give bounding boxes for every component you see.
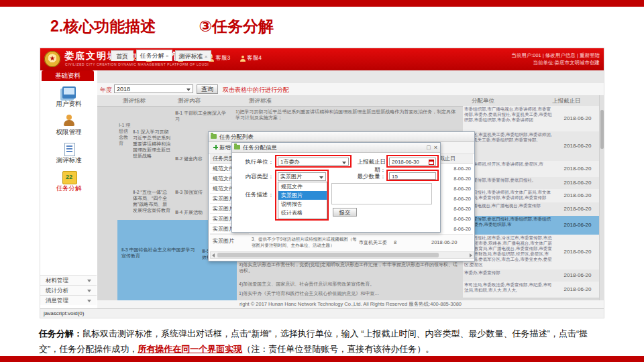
scrollbar-thumb[interactable]: [217, 253, 439, 257]
standard-cell-2: 3)落实意识形态工作责任制，党委(党组)定期听取意识形态工作汇报，牢牢掌握意识形…: [239, 261, 459, 279]
scroll-right-icon[interactable]: [470, 253, 472, 257]
filter-bar: 年度： 2018 查询 双击表格中的行进行分配: [97, 83, 604, 96]
exec-unit-highlight: 1市委办: [275, 155, 352, 168]
table-row[interactable]: 市委宣传部,市委宣传部,娄底日报社,2018-06-20: [463, 177, 602, 190]
slide-title-sub: ③任务分解: [199, 17, 274, 35]
double-click-hint: 双击表格中的行进行分配: [223, 86, 289, 95]
table-row[interactable]: 经开区,市直机关工委,市委组织部,市委讲师团,市直机关工委,市委组织部,市委宣传…: [463, 131, 602, 162]
table-row[interactable]: 市广播电视台,市广播电视台,市委宣传部2018-06-20: [463, 202, 602, 217]
folder-icon: [234, 145, 240, 149]
submit-button[interactable]: 提交: [333, 208, 357, 217]
task-detail-row[interactable]: 实景图片 3、提供不少于9张活动照片或特报图片或视频截图（每张图片要注明时间、主…: [210, 234, 473, 251]
table-row[interactable]: 市委讲师团,经开区,市委讲师团,娄星区,市2018-06-20: [463, 161, 602, 178]
document-icon: [64, 143, 75, 156]
due-date-cell: 8-06-20: [437, 184, 473, 194]
copyright-footer: right © 2017 Hunan Hanc Network Technolo…: [97, 300, 604, 308]
task-desc-textarea[interactable]: [331, 183, 432, 204]
sidebar-item-standards[interactable]: 测评标准: [40, 141, 97, 167]
calendar-icon[interactable]: [429, 160, 434, 165]
desc-label: 任务分解：: [39, 328, 83, 339]
exec-unit-select[interactable]: 1市委办: [278, 158, 349, 166]
col-indicator: 测评指标: [123, 97, 146, 105]
slide-description: 任务分解：鼠标双击测评标准，系统弹出对话框，点击“新增”，选择执行单位，输入 “…: [39, 326, 608, 357]
standard-cell-4: 1)落实中办《关于培育和践行社会主义核心价值观的意见》和中宣…: [239, 290, 459, 298]
bottom-red-strip: [0, 356, 644, 362]
tab-standards[interactable]: 测评标准×: [175, 50, 211, 61]
due-date-cell: 8-06-20: [437, 194, 473, 204]
chevron-down-icon: [87, 300, 91, 302]
tab-close-icon[interactable]: ×: [205, 54, 208, 60]
sidebar-section-basic-data[interactable]: 基础资料: [42, 70, 94, 81]
service-link-3[interactable]: 客服3: [209, 54, 230, 62]
maximize-icon[interactable]: □: [427, 144, 430, 151]
current-user-line[interactable]: 当前用户:001 | 修改用户信息 | 重新登陆: [511, 52, 600, 59]
close-icon[interactable]: ×: [434, 144, 437, 151]
slide-title-main: 2.核心功能描述: [50, 17, 156, 35]
vertical-scrollbar[interactable]: [599, 95, 604, 300]
detail-qty: 8: [394, 239, 396, 245]
sidebar-item-user-data[interactable]: 用户资料: [40, 85, 97, 111]
deadline-label: 上报截止日期：: [351, 158, 386, 174]
standard-cell-3: 4)加强爱国主义、国家意识、社会责任意识和形势政策宣传教育。: [239, 281, 459, 289]
detail-desc: 3、提供不少于9张活动照片或特报图片或视频截图（每张图片要注明时间、主办单位、活…: [252, 236, 358, 248]
min-qty-input[interactable]: 15: [389, 172, 436, 180]
content-cell-1[interactable]: Ⅲ-1 干部职工全面深入学习: [175, 110, 230, 129]
table-row[interactable]: 市司法局,市委政法委,市委宣传部,市纪委,市司法局,市妇联,市人大,市人大,20…: [463, 282, 602, 298]
deadline-input[interactable]: 2018-06-30: [389, 158, 436, 166]
indicator-cell-1[interactable]: Ⅱ-1 深入学习贯彻 习近平总书记系列重要讲话精神和治国理政新理念新思想新战略: [133, 129, 172, 181]
content-type-select[interactable]: 实景图片: [278, 172, 326, 181]
slide-canvas: 2.核心功能描述 ③任务分解 娄底文明城市创建动态管理平台 CIVILIZED …: [0, 0, 644, 362]
standard-cell-1: 1)把学习贯彻习近平总书记系列重要讲话精神和治国理政新理念新思想新战略作为首要政…: [235, 109, 457, 133]
col-unit: 分配单位: [472, 97, 494, 105]
table-row[interactable]: 娄底日报社,市委讲师团,市文体广新局,市文体广新局,市委宣传部,市委讲师团,市委…: [463, 189, 602, 203]
dropdown-option[interactable]: 统计表格: [278, 208, 327, 217]
task-list-dialog-title[interactable]: 任务分配列表: [209, 132, 474, 142]
task-form-dialog-title[interactable]: 任务分配信息 □×: [232, 143, 440, 153]
content-type-label: 内容类型：: [239, 173, 274, 181]
detail-date: 2018-06-20: [431, 239, 457, 245]
sidebar-group-statistics[interactable]: 统计分析: [40, 285, 97, 295]
col-deadline: 上报截止日: [552, 97, 581, 105]
due-date-cell: 8-06-20: [437, 204, 473, 214]
top-red-strip: [0, 0, 644, 7]
task-desc-label: 任务描述：: [239, 191, 274, 199]
desc-highlight: 所有操作在同一个界面实现: [138, 344, 242, 354]
task-folder-icon: [62, 171, 77, 184]
sidebar-group-materials[interactable]: 材料管理: [40, 275, 97, 285]
due-date-cell: 8-06-20: [437, 224, 473, 234]
tab-bar: [97, 70, 604, 84]
sidebar-item-task-breakdown[interactable]: 任务分解: [40, 170, 97, 195]
content-type-highlight: 实景图片 规范文件 实景图片 说明报告 统计表格: [275, 170, 329, 221]
tab-home[interactable]: 首页: [111, 50, 133, 61]
chevron-down-icon: [342, 162, 346, 164]
year-select[interactable]: 2018: [114, 84, 193, 93]
table-row[interactable]: 娄底日报社,团市委,冷水江市,市委宣传部,市总工会,团市委,双峰县,市广播电视台…: [463, 235, 602, 270]
due-date-cell: 8-06-20: [437, 214, 473, 224]
table-row[interactable]: 市委办,市委宣传部2018-06-20: [463, 269, 602, 282]
folder-icon: [211, 134, 217, 139]
detail-unit: 市直机关工委: [359, 239, 387, 246]
tab-close-icon[interactable]: ×: [166, 53, 169, 59]
tab-task-breakdown[interactable]: 任务分解×: [136, 50, 172, 61]
col-due-date: 截止日: [437, 154, 473, 164]
table-row-selected[interactable]: 市委宣传部,娄底日报社,市委组织部,市委组织部,市委办,市委组织部,市2018-…: [463, 216, 602, 235]
dropdown-option-selected[interactable]: 实景图片: [278, 191, 327, 200]
desc-part2: （注：责任单位登陆账号，直接有该待办任务）。: [242, 344, 434, 354]
dropdown-option[interactable]: 说明报告: [278, 200, 327, 208]
table-header: 测评指标 测评内容 测评标准 分配单位 上报截止日: [97, 95, 604, 107]
col-content: 测评内容: [178, 97, 201, 105]
table-row[interactable]: 市委组织部,市广播电视台,市委讲师团,市委宣传部,市委办,娄底日报社,市直机关工…: [463, 106, 602, 132]
horizontal-scrollbar[interactable]: [210, 251, 474, 259]
sidebar-item-permissions[interactable]: 权限管理: [40, 113, 97, 139]
content-type-dropdown: 规范文件 实景图片 说明报告 统计表格: [278, 182, 327, 219]
deadline-highlight: 2018-06-30: [386, 155, 439, 168]
sidebar-group-messages[interactable]: 消息管理: [40, 295, 97, 305]
scroll-left-icon[interactable]: [212, 253, 215, 257]
scrollbar-thumb[interactable]: [600, 110, 604, 149]
query-button[interactable]: 查询: [197, 84, 218, 94]
detail-type: 实景图片: [213, 237, 234, 245]
group-cell: Ⅰ-1 理想信念教育: [119, 122, 131, 176]
service-link-4[interactable]: 客服4: [240, 54, 262, 62]
indicator-cell-3: Ⅱ-3 中国特色社会主义和中国梦学习宣传教育: [121, 247, 199, 267]
dropdown-option[interactable]: 规范文件: [278, 182, 327, 191]
